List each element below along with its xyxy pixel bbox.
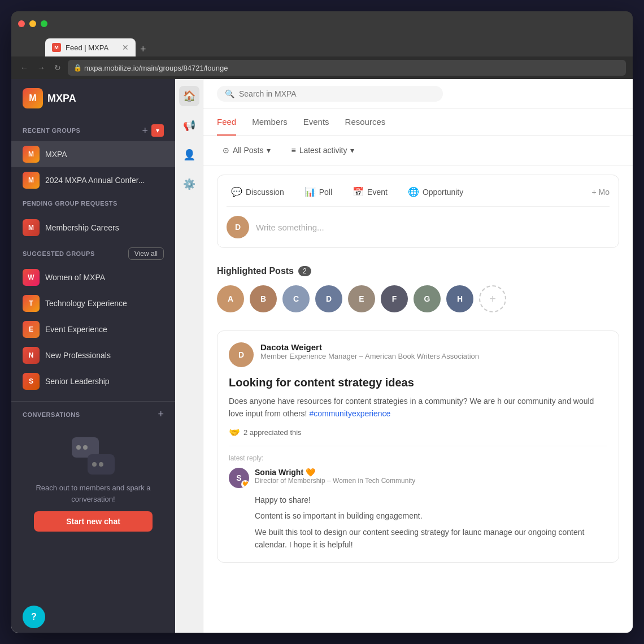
app-container: M MXPA RECENT GROUPS + ▾ M MXPA M 2024 M… <box>11 79 633 633</box>
group-name-event: Event Experience <box>45 325 107 334</box>
side-nav-people-icon[interactable]: 👤 <box>179 145 199 165</box>
poll-label: Poll <box>319 188 332 197</box>
side-nav-settings-icon[interactable]: ⚙️ <box>179 174 199 194</box>
sidebar-item-technology[interactable]: T Technology Experience <box>11 290 175 316</box>
reply-badge: 🧡 <box>241 480 249 488</box>
address-input[interactable]: 🔒 mxpa.mobilize.io/main/groups/84721/lou… <box>68 60 626 76</box>
pending-groups-title: PENDING GROUP REQUESTS <box>23 200 164 207</box>
side-nav-announcements-icon[interactable]: 📢 <box>179 115 199 136</box>
nav-reload-button[interactable]: ↻ <box>52 61 63 75</box>
sidebar-item-membership-careers[interactable]: M Membership Careers <box>11 215 175 241</box>
post-type-event[interactable]: 📅 Event <box>348 184 392 199</box>
discussion-label: Discussion <box>246 188 284 197</box>
conversations-section: CONVERSATIONS + <box>11 401 175 547</box>
latest-activity-dropdown-icon: ▾ <box>350 146 354 155</box>
side-nav: 🏠 📢 👤 ⚙️ <box>175 79 203 633</box>
post-hashtag[interactable]: #communityexperience <box>309 409 390 418</box>
sidebar-item-event[interactable]: E Event Experience <box>11 316 175 342</box>
nav-back-button[interactable]: ← <box>18 61 31 75</box>
search-box[interactable]: 🔍 <box>217 86 443 102</box>
suggested-groups-header: SUGGESTED GROUPS View all <box>11 243 175 264</box>
chat-empty-state: Reach out to members and spark a convers… <box>23 425 164 543</box>
search-input[interactable] <box>239 89 352 98</box>
post-actions: 🤝 2 appreciated this <box>229 427 607 438</box>
view-all-button[interactable]: View all <box>128 247 164 260</box>
reply-author-info: Sonia Wright 🧡 Director of Membership – … <box>255 468 415 485</box>
opportunity-icon: 🌐 <box>408 186 419 197</box>
event-icon: 📅 <box>353 186 364 197</box>
composer-avatar: D <box>227 216 249 238</box>
nav-forward-button[interactable]: → <box>35 61 47 75</box>
post-type-opportunity[interactable]: 🌐 Opportunity <box>403 184 468 199</box>
highlighted-avatar-5[interactable]: E <box>348 285 375 312</box>
composer-avatar-initial: D <box>227 216 249 238</box>
highlighted-avatar-1[interactable]: A <box>217 285 244 312</box>
highlighted-avatar-8[interactable]: H <box>446 285 473 312</box>
latest-reply: latest reply: S 🧡 Sonia Wright 🧡 Directo… <box>229 446 607 551</box>
sidebar-item-women[interactable]: W Women of MXPA <box>11 264 175 290</box>
sidebar-item-mxpa[interactable]: M MXPA <box>11 141 175 167</box>
start-chat-button[interactable]: Start new chat <box>34 511 153 532</box>
discussion-icon: 💬 <box>231 186 242 197</box>
pending-groups-section: PENDING GROUP REQUESTS <box>11 193 175 215</box>
add-conversation-button[interactable]: + <box>158 408 164 420</box>
opportunity-label: Opportunity <box>423 188 463 197</box>
post-type-discussion[interactable]: 💬 Discussion <box>227 184 289 199</box>
all-posts-filter[interactable]: ⊙ All Posts ▾ <box>217 142 276 158</box>
browser-tab-active[interactable]: M Feed | MXPA ✕ <box>45 38 136 56</box>
nav-tabs: Feed Members Events Resources <box>203 109 633 136</box>
traffic-light-green[interactable] <box>41 20 47 27</box>
highlighted-avatar-6[interactable]: F <box>381 285 408 312</box>
post-body-text: Does anyone have resources for content s… <box>229 397 594 418</box>
highlighted-avatar-7[interactable]: G <box>414 285 441 312</box>
side-nav-home-icon[interactable]: 🏠 <box>179 86 199 106</box>
browser-titlebar <box>11 11 633 36</box>
group-icon-conf: M <box>23 172 40 189</box>
top-bar: 🔍 <box>203 79 633 109</box>
post-type-tabs: 💬 Discussion 📊 Poll 📅 Event 🌐 Opportunit… <box>227 184 610 207</box>
post-body: Does anyone have resources for content s… <box>229 395 607 420</box>
highlighted-avatar-more[interactable]: + <box>479 285 506 312</box>
group-name-women: Women of MXPA <box>45 273 105 282</box>
new-tab-button[interactable]: + <box>136 43 151 55</box>
reply-avatar[interactable]: S 🧡 <box>229 468 249 488</box>
group-icon-senior: S <box>23 373 40 390</box>
conversations-title: CONVERSATIONS <box>23 411 80 418</box>
post-author-avatar[interactable]: D <box>229 342 254 367</box>
group-icon-membership: M <box>23 219 40 236</box>
post-title: Looking for content strategy ideas <box>229 376 607 389</box>
add-group-button[interactable]: + <box>142 125 148 137</box>
post-author-row: D Dacota Weigert Member Experience Manag… <box>229 342 607 367</box>
sidebar-item-annual-conf[interactable]: M 2024 MXPA Annual Confer... <box>11 167 175 193</box>
groups-dropdown-button[interactable]: ▾ <box>151 124 164 137</box>
address-url: mxpa.mobilize.io/main/groups/84721/loung… <box>84 64 228 72</box>
post-type-more[interactable]: + Mo <box>591 188 610 197</box>
tab-close-btn[interactable]: ✕ <box>122 43 129 52</box>
tab-events[interactable]: Events <box>303 109 329 136</box>
sidebar-item-senior-leadership[interactable]: S Senior Leadership <box>11 368 175 394</box>
post-type-poll[interactable]: 📊 Poll <box>300 184 337 199</box>
traffic-light-yellow[interactable] <box>29 20 36 27</box>
traffic-light-red[interactable] <box>18 20 25 27</box>
highlighted-avatar-3[interactable]: C <box>282 285 310 312</box>
highlighted-title: Highlighted Posts <box>217 266 294 276</box>
group-icon-mxpa: M <box>23 146 40 163</box>
latest-activity-filter[interactable]: ≡ Latest activity ▾ <box>285 142 360 158</box>
highlighted-header: Highlighted Posts 2 <box>217 266 619 276</box>
help-button[interactable]: ? <box>23 606 45 628</box>
svg-point-4 <box>92 462 97 467</box>
highlighted-avatar-4[interactable]: D <box>315 285 342 312</box>
address-bar: ← → ↻ 🔒 mxpa.mobilize.io/main/groups/847… <box>11 56 633 79</box>
post-composer: 💬 Discussion 📊 Poll 📅 Event 🌐 Opportunit… <box>217 175 619 248</box>
group-name-mxpa: MXPA <box>45 150 67 159</box>
reply-author-row: S 🧡 Sonia Wright 🧡 Director of Membershi… <box>229 468 607 488</box>
sidebar-item-new-professionals[interactable]: N New Professionals <box>11 342 175 368</box>
suggested-groups-section: SUGGESTED GROUPS View all W Women of MXP… <box>11 241 175 397</box>
tab-resources[interactable]: Resources <box>345 109 386 136</box>
highlighted-avatar-2[interactable]: B <box>250 285 277 312</box>
main-content: 🔍 Feed Members Events Resources ⊙ All Po… <box>203 79 633 633</box>
tab-members[interactable]: Members <box>252 109 288 136</box>
feed-toolbar: ⊙ All Posts ▾ ≡ Latest activity ▾ <box>203 136 633 166</box>
composer-placeholder[interactable]: Write something... <box>256 223 610 232</box>
tab-feed[interactable]: Feed <box>217 109 236 136</box>
